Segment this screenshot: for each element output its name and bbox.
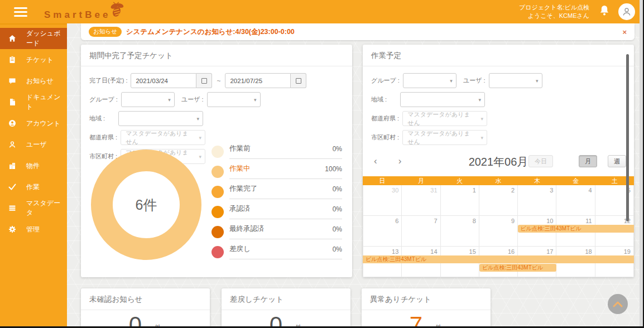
legend-label: 差戻し xyxy=(229,244,251,254)
calendar-day-cell[interactable]: 4 xyxy=(556,185,595,216)
summary-count: 0 xyxy=(270,312,282,326)
donut-center-label: 6件 xyxy=(136,196,157,214)
calendar-week-row: 13141516171819ビル点検:三田43MTビルビル点検:三田43MTビル xyxy=(363,247,634,277)
date-to-input[interactable] xyxy=(225,73,291,88)
user-avatar[interactable] xyxy=(618,3,635,20)
calendar-day-cell[interactable]: 8 xyxy=(441,216,479,247)
calendar-event[interactable]: ビル点検:三田43MTビル xyxy=(363,255,634,263)
legend-color-dot xyxy=(212,246,224,258)
legend-row: 最終承認済0% xyxy=(212,224,342,239)
scroll-to-top-button[interactable] xyxy=(608,294,628,314)
calendar-day-cell[interactable]: 3 xyxy=(518,185,556,216)
schedule-card-title: 作業予定 xyxy=(363,45,634,66)
legend-color-dot xyxy=(212,206,224,218)
sidebar-item-label: お知らせ xyxy=(26,76,54,86)
prefecture-select[interactable]: マスタデータがありません xyxy=(402,111,487,126)
city-select[interactable]: マスタデータがありません xyxy=(402,130,487,145)
sidebar-item-gear[interactable]: 管理 xyxy=(0,219,67,240)
account-icon xyxy=(8,119,21,127)
header-right: プロジェクト名:ビル点検 ようこそ、KCMEさん xyxy=(519,3,635,21)
close-icon[interactable]: × xyxy=(622,28,627,36)
calendar-day-cell[interactable]: 31 xyxy=(402,185,440,216)
calendar-day-cell[interactable]: 7 xyxy=(402,216,440,247)
calendar-month-view-button[interactable]: 月 xyxy=(579,155,597,167)
legend-percent: 100% xyxy=(325,165,342,173)
donut-chart: 6件 xyxy=(91,149,201,260)
sidebar-item-check[interactable]: 作業 xyxy=(0,176,67,197)
pref-filter-label: 都道府県 : xyxy=(371,114,399,123)
card-scrollbar[interactable] xyxy=(626,54,629,221)
sidebar-item-list[interactable]: マスタデータ xyxy=(0,197,67,219)
brand-name: SmartBee xyxy=(44,10,110,22)
ticket-icon xyxy=(8,56,21,64)
legend-percent: 0% xyxy=(333,145,342,153)
sidebar-item-label: 物件 xyxy=(26,161,40,171)
calendar-day-cell[interactable]: 1 xyxy=(441,185,479,216)
brand-logo[interactable]: SmartBee xyxy=(44,2,125,22)
summary-card-title: 異常ありチケット xyxy=(362,288,491,310)
user-filter-label: ユーザ : xyxy=(463,76,486,85)
calendar-week-view-button[interactable]: 週 xyxy=(608,155,626,167)
summary-count: 7 xyxy=(410,312,422,326)
calendar-day-cell[interactable]: 2 xyxy=(479,185,518,216)
schedule-card: 作業予定 グループ : ユーザ : 地域 : 都道府県 : マスタデータがありま… xyxy=(363,45,634,277)
date-from-picker-button[interactable] xyxy=(196,73,212,88)
legend-color-dot xyxy=(212,166,224,178)
date-from-input[interactable] xyxy=(131,73,196,88)
group-select[interactable] xyxy=(403,73,456,88)
user-select[interactable] xyxy=(207,92,261,107)
calendar-event[interactable]: ビル点検:三田43MTビル xyxy=(479,264,556,272)
calendar-day-cell[interactable]: 9 xyxy=(479,216,518,247)
pref-filter-label: 都道府県 : xyxy=(89,133,117,142)
prefecture-select[interactable]: マスタデータがありません xyxy=(121,130,205,145)
region-select[interactable] xyxy=(118,111,203,126)
calendar-icon xyxy=(296,78,301,84)
region-filter-label: 地域 : xyxy=(371,95,397,104)
city-filter-label: 市区町村 : xyxy=(89,152,117,161)
group-select[interactable] xyxy=(121,92,175,107)
legend-row: 承認済0% xyxy=(212,204,342,219)
legend-percent: 0% xyxy=(333,225,342,233)
region-select[interactable] xyxy=(400,92,485,107)
calendar-today-button[interactable]: 今日 xyxy=(528,155,553,167)
hamburger-menu-icon[interactable] xyxy=(14,7,27,17)
group-filter-label: グループ : xyxy=(371,76,400,85)
calendar-dow-label: 水 xyxy=(479,177,517,185)
top-header: SmartBee xyxy=(0,0,644,23)
summary-card-title: 差戻しチケット xyxy=(222,288,350,310)
sidebar-item-account[interactable]: アカウント xyxy=(0,113,67,134)
notification-bell-icon[interactable] xyxy=(599,5,609,18)
home-icon xyxy=(8,35,21,42)
document-icon xyxy=(8,98,21,106)
sidebar-item-home[interactable]: ダッシュボード xyxy=(0,28,67,49)
tickets-card-title: 期間中完了予定チケット xyxy=(81,45,352,66)
project-name: プロジェクト名:ビル点検 xyxy=(519,3,589,12)
city-filter-label: 市区町村 : xyxy=(371,133,399,142)
calendar-day-cell[interactable]: 30 xyxy=(363,185,402,216)
sidebar-item-user[interactable]: ユーザ xyxy=(0,134,67,155)
summary-card: 未確認お知らせ0件 xyxy=(81,288,210,326)
calendar-toolbar: ‹ › 2021年06月 今日 月 週 xyxy=(371,154,626,171)
user-select[interactable] xyxy=(489,73,542,88)
notice-banner: お知らせ システムメンテナンスのお知らせ:4/30(金)23:00-0:00 × xyxy=(81,23,635,40)
sidebar-item-ticket[interactable]: チケット xyxy=(0,49,67,70)
calendar-dow-label: 金 xyxy=(556,177,595,185)
sidebar-item-label: ドキュメント xyxy=(26,93,67,112)
chevron-up-icon xyxy=(614,302,622,306)
date-range-tilde: ~ xyxy=(217,77,220,85)
sidebar-item-announcement[interactable]: お知らせ xyxy=(0,70,67,91)
calendar-event[interactable]: ビル点検:三田43MTビル xyxy=(518,225,634,233)
app: SmartBee xyxy=(0,0,644,328)
summary-card: 差戻しチケット0件 xyxy=(222,288,350,326)
legend-label: 承認済 xyxy=(229,204,251,214)
date-to-picker-button[interactable] xyxy=(291,73,306,88)
donut-legend: 作業前0%作業中100%作業完了0%承認済0%最終承認済0%差戻し0% xyxy=(212,144,342,264)
sidebar-item-document[interactable]: ドキュメント xyxy=(0,91,67,113)
summary-card: 異常ありチケット7件 xyxy=(362,288,491,326)
user-icon xyxy=(8,141,21,148)
sidebar-item-building[interactable]: 物件 xyxy=(0,155,67,176)
legend-row: 作業完了0% xyxy=(212,184,342,199)
legend-percent: 0% xyxy=(333,245,342,253)
calendar-day-cell[interactable]: 6 xyxy=(363,216,402,247)
calendar-dow-label: 月 xyxy=(401,177,440,185)
